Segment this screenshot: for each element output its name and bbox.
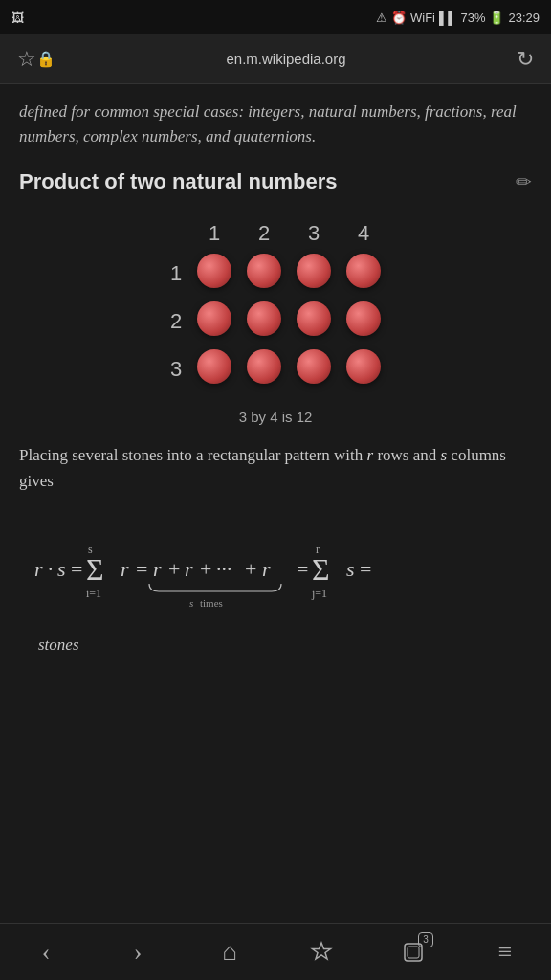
svg-text:r: r [121,557,129,581]
bookmark-star-icon[interactable]: ☆ [17,47,36,72]
section-header: Product of two natural numbers ✏ [19,169,532,194]
status-bar: 🖼 ⚠ ⏰ WiFi ▌▌ 73% 🔋 23:29 [0,0,551,34]
svg-text:i=1: i=1 [86,587,101,600]
svg-rect-26 [408,947,419,958]
bookmark-button[interactable] [298,928,345,976]
svg-text:r: r [262,557,271,581]
svg-marker-24 [313,943,331,959]
svg-text:s: s [189,597,193,609]
dot-cell [339,298,388,345]
body-paragraph: Placing several stones into a rectangula… [19,442,532,494]
image-icon: 🖼 [11,11,24,25]
dot [247,254,281,288]
grid-col-2: 2 [239,217,289,250]
lock-icon: 🔒 [36,50,55,68]
battery-level: 73% [460,11,485,25]
refresh-icon[interactable]: ↻ [517,47,534,72]
formula-container: .fm { font-family: 'Times New Roman', se… [19,509,532,624]
dot-grid-table: 1 2 3 4 1 2 3 [163,217,388,393]
grid-row-1: 1 [163,250,189,298]
body-text-2: rows and [373,446,440,464]
alarm-icon: ⏰ [391,11,407,25]
dot [247,349,281,384]
table-row: 3 [163,345,388,393]
svg-text:+: + [245,557,256,581]
grid-col-4: 4 [339,217,388,250]
dot [247,301,281,336]
dot-cell [189,345,239,393]
svg-text:r: r [34,557,43,581]
svg-text:r: r [185,557,193,581]
svg-text:r: r [153,557,162,581]
status-right: ⚠ ⏰ WiFi ▌▌ 73% 🔋 23:29 [376,11,540,25]
alert-icon: ⚠ [376,11,387,25]
dot-cell [339,345,388,393]
menu-button[interactable]: ≡ [481,928,529,976]
bottom-nav-bar: ‹ › ⌂ 3 ≡ [0,923,551,980]
stones-continuation: stones [19,632,532,658]
svg-text:j=1: j=1 [311,587,327,600]
section-title: Product of two natural numbers [19,169,337,194]
dot-cell [289,250,339,298]
edit-icon[interactable]: ✏ [516,170,532,193]
url-bar[interactable]: en.m.wikipedia.org [55,51,517,67]
dot [297,301,331,336]
back-button[interactable]: ‹ [22,928,70,976]
table-row: 2 [163,298,388,345]
forward-button[interactable]: › [114,928,162,976]
svg-text:=: = [297,557,308,581]
grid-row-2: 2 [163,298,189,345]
svg-text:Σ: Σ [312,552,330,587]
tab-count-badge: 3 [418,932,433,947]
dot-cell [239,298,289,345]
svg-text:+: + [200,557,211,581]
formula-svg: .fm { font-family: 'Times New Roman', se… [27,526,532,612]
grid-col-1: 1 [189,217,239,250]
table-row: 1 [163,250,388,298]
dot-cell [289,345,339,393]
svg-text:···: ··· [216,557,232,581]
svg-text:s: s [57,557,66,581]
dot-cell [189,250,239,298]
main-content: defined for common special cases: intege… [0,84,551,658]
grid-row-3: 3 [163,345,189,393]
dot [346,349,381,384]
wifi-icon: WiFi [410,11,435,25]
svg-text:times: times [200,597,223,609]
dot [197,301,231,336]
dot [197,349,231,384]
dot [346,254,381,288]
body-text-1: Placing several stones into a rectangula… [19,446,367,464]
svg-text:Σ: Σ [86,552,104,587]
svg-text:·: · [48,557,54,581]
svg-text:s: s [346,557,355,581]
svg-text:+: + [168,557,180,581]
dot-grid-illustration: 1 2 3 4 1 2 3 [19,217,532,393]
svg-text:=: = [360,557,371,581]
grid-col-3: 3 [289,217,339,250]
dot-cell [189,298,239,345]
signal-icon: ▌▌ [439,11,456,25]
dot-cell [239,345,289,393]
tabs-button[interactable]: 3 [389,928,437,976]
grid-corner [163,217,189,250]
dot [197,254,231,288]
svg-text:=: = [136,557,147,581]
browser-nav-bar: ☆ 🔒 en.m.wikipedia.org ↻ [0,34,551,84]
dot-cell [239,250,289,298]
dot [297,349,331,384]
dot-cell [339,250,388,298]
grid-header-row: 1 2 3 4 [163,217,388,250]
grid-caption: 3 by 4 is 12 [19,409,532,425]
dot [297,254,331,288]
dot [346,301,381,336]
status-left: 🖼 [11,11,24,25]
intro-paragraph: defined for common special cases: intege… [19,100,532,150]
svg-text:=: = [71,557,82,581]
time-display: 23:29 [508,11,540,25]
dot-cell [289,298,339,345]
battery-icon: 🔋 [489,11,504,25]
home-button[interactable]: ⌂ [206,928,253,976]
